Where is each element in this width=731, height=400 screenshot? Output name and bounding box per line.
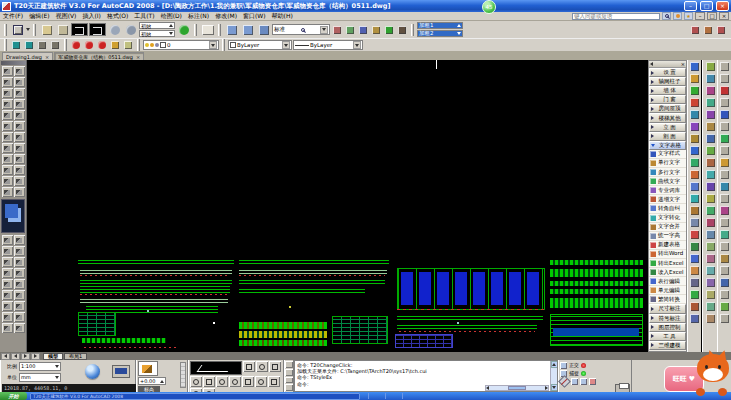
sun-icon[interactable] [109,40,121,51]
divide-icon[interactable] [2,165,13,175]
snap-mode-5-button[interactable] [203,376,215,387]
ortho-status-light[interactable] [581,363,586,368]
snap-mode-7-button[interactable] [229,376,241,387]
mini-tool-4-button[interactable] [285,384,293,391]
tangent-dropdown-icon[interactable] [26,28,30,31]
menu-door-window[interactable]: 门 窗 [649,95,686,104]
mtext-icon[interactable] [2,323,13,333]
fox-icon[interactable] [691,352,731,400]
communication-center-icon[interactable] [673,12,682,20]
menu-dimension[interactable]: 尺寸标注 [649,304,686,313]
circle-icon[interactable] [2,268,13,278]
pline-icon[interactable] [2,246,13,256]
rb-measure-icon[interactable] [704,121,716,132]
rb-polar-icon[interactable] [704,157,716,168]
screen-settings-button[interactable] [112,365,130,378]
rb-ortho-icon[interactable] [704,145,716,156]
rectangle-icon[interactable] [2,257,13,267]
scroll-up-icon[interactable] [551,361,558,368]
rc-tool-6-icon[interactable] [719,121,731,132]
rb-shade-icon[interactable] [704,301,716,312]
rt-view-icon[interactable] [689,229,701,240]
bold-combo-1[interactable]: 加粗1 [417,22,463,29]
unit-combo-arrow-icon[interactable] [55,376,59,379]
rb-dyn-icon[interactable] [704,205,716,216]
rb-otrack-icon[interactable] [704,181,716,192]
stretch-icon[interactable] [2,110,13,120]
toolbar-grip[interactable] [64,39,67,51]
paint-tool-button[interactable] [138,361,158,376]
tab-model[interactable]: 模型 [43,353,63,360]
rc-tool-4-icon[interactable] [719,97,731,108]
command-vscrollbar[interactable] [550,361,557,391]
rb-orbit-icon[interactable] [704,313,716,324]
tab-first-button[interactable] [1,353,10,360]
zoom-realtime-icon[interactable] [123,22,138,37]
rt-edit-icon[interactable] [689,265,701,276]
menu-3d-modeling[interactable]: 三维建模 [649,341,686,350]
menu-item[interactable]: 视图(V) [53,12,80,21]
screen-menu-close-icon[interactable]: × [681,62,685,67]
rt-symbol-icon[interactable] [689,193,701,204]
cmd-new-table[interactable]: 新建表格 [649,241,686,250]
doc-close-button[interactable]: × [719,12,729,20]
cmd-single-text[interactable]: 单行文字 [649,159,686,168]
markup-icon[interactable] [55,22,70,37]
command-hscrollbar[interactable] [485,385,549,391]
rc-tool-1-icon[interactable] [719,61,731,72]
cmd-traditional-convert[interactable]: 繁简转换 [649,295,686,304]
cmd-export-excel[interactable]: 转出Excel [649,259,686,268]
pedit-icon[interactable] [14,154,25,164]
play-button[interactable] [176,22,191,37]
rb-view2-icon[interactable] [704,289,716,300]
menu-item[interactable]: 插入(I) [79,12,103,21]
menu-item[interactable]: 绘图(D) [158,12,185,21]
layer-combo[interactable]: 0 [143,40,219,50]
layer-manager-icon[interactable] [122,40,134,51]
mirror-icon[interactable] [2,77,13,87]
fillet-icon[interactable] [14,143,25,153]
rc-tool-13-icon[interactable] [719,205,731,216]
snap-mode-6-button[interactable] [216,376,228,387]
rt-roof-icon[interactable] [689,145,701,156]
view-spinner-row-2[interactable]: 初始 [139,30,175,37]
zoom-window-icon[interactable] [107,22,122,37]
menu-elevation[interactable]: 立 面 [649,123,686,132]
region-icon[interactable] [2,176,13,186]
toolbar-grip[interactable] [194,24,197,36]
rc-tool-2-icon[interactable] [719,73,731,84]
markup-red-3-icon[interactable] [96,40,108,51]
aux-tool-1-icon[interactable] [571,378,578,385]
rc-tool-14-icon[interactable] [719,217,731,228]
cmd-unify-height[interactable]: 统一字高 [649,232,686,241]
rt-wall-icon[interactable] [689,85,701,96]
hatch-icon[interactable] [14,301,25,311]
rc-tool-17-icon[interactable] [719,253,731,264]
join-icon[interactable] [14,132,25,142]
drawing-canvas[interactable] [27,60,648,352]
elevation-input[interactable]: +0.00 [138,377,166,385]
osnap-status-light[interactable] [581,371,586,376]
pan-icon[interactable] [36,40,48,51]
cmd-mtext[interactable]: 多行文字 [649,168,686,177]
redo-icon[interactable] [23,40,35,51]
insert-block-icon[interactable] [2,290,13,300]
close-button[interactable]: × [716,1,729,11]
menu-item[interactable]: 工具(T) [131,12,157,21]
rb-plot-icon[interactable] [704,85,716,96]
spline-icon[interactable] [2,279,13,289]
user-icon[interactable] [396,24,408,35]
rb-ducs-icon[interactable] [704,193,716,204]
elevation-ruler[interactable] [180,362,186,388]
restore-button[interactable]: □ [700,1,713,11]
combo-arrow-icon[interactable] [320,26,328,34]
combo-down-icon[interactable] [457,32,461,35]
rt-redo-icon[interactable] [689,313,701,324]
properties-icon[interactable] [702,24,714,35]
tool-palettes-icon[interactable] [689,24,701,35]
menu-section[interactable]: 剖 面 [649,132,686,141]
rt-axis-icon[interactable] [689,73,701,84]
erase-icon[interactable] [2,66,13,76]
line-icon[interactable] [2,235,13,245]
wangwang-mascot[interactable]: 旺旺 ♥ [664,352,731,400]
